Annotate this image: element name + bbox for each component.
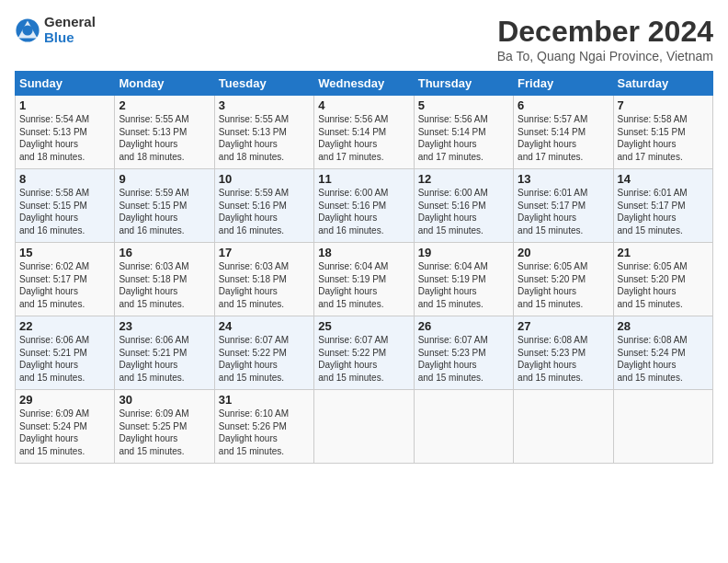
day-info: Sunrise: 6:05 AMSunset: 5:20 PMDaylight … (618, 261, 688, 309)
day-info: Sunrise: 5:55 AMSunset: 5:13 PMDaylight … (119, 114, 188, 162)
calendar-cell (514, 390, 613, 464)
calendar-cell: 19 Sunrise: 6:04 AMSunset: 5:19 PMDaylig… (414, 243, 513, 316)
day-number: 14 (618, 172, 709, 186)
day-number: 31 (219, 393, 310, 407)
day-info: Sunrise: 6:08 AMSunset: 5:24 PMDaylight … (618, 335, 688, 383)
calendar-cell: 26 Sunrise: 6:07 AMSunset: 5:23 PMDaylig… (414, 316, 513, 390)
day-number: 7 (618, 98, 709, 112)
calendar-cell: 16 Sunrise: 6:03 AMSunset: 5:18 PMDaylig… (115, 243, 214, 316)
col-wednesday: Wednesday (314, 72, 414, 96)
calendar-cell: 17 Sunrise: 6:03 AMSunset: 5:18 PMDaylig… (214, 243, 313, 316)
logo-blue: Blue (44, 30, 96, 46)
day-info: Sunrise: 5:59 AMSunset: 5:16 PMDaylight … (219, 188, 289, 236)
day-number: 21 (618, 246, 709, 259)
header: General Blue December 2024 Ba To, Quang … (15, 15, 713, 63)
calendar-cell: 30 Sunrise: 6:09 AMSunset: 5:25 PMDaylig… (115, 390, 214, 464)
day-info: Sunrise: 6:09 AMSunset: 5:24 PMDaylight … (19, 408, 89, 456)
day-number: 23 (119, 319, 210, 333)
day-number: 6 (518, 98, 609, 112)
day-info: Sunrise: 6:05 AMSunset: 5:20 PMDaylight … (518, 261, 587, 309)
day-info: Sunrise: 6:09 AMSunset: 5:25 PMDaylight … (119, 408, 188, 456)
header-row: Sunday Monday Tuesday Wednesday Thursday… (16, 72, 713, 96)
calendar-cell: 18 Sunrise: 6:04 AMSunset: 5:19 PMDaylig… (314, 243, 414, 316)
col-monday: Monday (115, 72, 214, 96)
day-number: 26 (418, 319, 509, 333)
logo: General Blue (15, 15, 96, 45)
day-info: Sunrise: 5:56 AMSunset: 5:14 PMDaylight … (418, 114, 488, 162)
calendar-cell: 22 Sunrise: 6:06 AMSunset: 5:21 PMDaylig… (16, 316, 115, 390)
calendar-cell: 24 Sunrise: 6:07 AMSunset: 5:22 PMDaylig… (214, 316, 313, 390)
calendar-cell: 20 Sunrise: 6:05 AMSunset: 5:20 PMDaylig… (514, 243, 613, 316)
day-info: Sunrise: 6:00 AMSunset: 5:16 PMDaylight … (318, 188, 388, 236)
day-info: Sunrise: 5:59 AMSunset: 5:15 PMDaylight … (119, 188, 188, 236)
calendar-cell (314, 390, 414, 464)
location: Ba To, Quang Ngai Province, Vietnam (497, 49, 713, 63)
day-number: 18 (318, 246, 409, 259)
calendar-cell: 14 Sunrise: 6:01 AMSunset: 5:17 PMDaylig… (613, 169, 712, 243)
day-info: Sunrise: 6:00 AMSunset: 5:16 PMDaylight … (418, 188, 488, 236)
logo-icon (15, 17, 40, 43)
day-number: 13 (518, 172, 609, 186)
calendar-cell: 9 Sunrise: 5:59 AMSunset: 5:15 PMDayligh… (115, 169, 214, 243)
svg-point-2 (22, 25, 32, 35)
day-info: Sunrise: 5:58 AMSunset: 5:15 PMDaylight … (19, 188, 89, 236)
calendar-cell: 28 Sunrise: 6:08 AMSunset: 5:24 PMDaylig… (613, 316, 712, 390)
day-number: 3 (219, 98, 310, 112)
day-info: Sunrise: 6:02 AMSunset: 5:17 PMDaylight … (19, 261, 89, 309)
day-info: Sunrise: 6:08 AMSunset: 5:23 PMDaylight … (518, 335, 587, 383)
day-number: 20 (518, 246, 609, 259)
day-info: Sunrise: 6:07 AMSunset: 5:22 PMDaylight … (318, 335, 388, 383)
day-info: Sunrise: 6:06 AMSunset: 5:21 PMDaylight … (19, 335, 89, 383)
day-info: Sunrise: 6:04 AMSunset: 5:19 PMDaylight … (318, 261, 388, 309)
month-title: December 2024 (497, 15, 713, 49)
calendar-cell: 13 Sunrise: 6:01 AMSunset: 5:17 PMDaylig… (514, 169, 613, 243)
calendar-cell: 2 Sunrise: 5:55 AMSunset: 5:13 PMDayligh… (115, 96, 214, 169)
calendar-cell: 11 Sunrise: 6:00 AMSunset: 5:16 PMDaylig… (314, 169, 414, 243)
calendar-week-4: 22 Sunrise: 6:06 AMSunset: 5:21 PMDaylig… (16, 316, 713, 390)
day-number: 1 (19, 98, 110, 112)
calendar-cell: 15 Sunrise: 6:02 AMSunset: 5:17 PMDaylig… (16, 243, 115, 316)
calendar-cell: 29 Sunrise: 6:09 AMSunset: 5:24 PMDaylig… (16, 390, 115, 464)
calendar-cell: 31 Sunrise: 6:10 AMSunset: 5:26 PMDaylig… (214, 390, 313, 464)
day-number: 2 (119, 98, 210, 112)
day-info: Sunrise: 6:01 AMSunset: 5:17 PMDaylight … (518, 188, 587, 236)
day-number: 15 (19, 246, 110, 259)
calendar-week-1: 1 Sunrise: 5:54 AMSunset: 5:13 PMDayligh… (16, 96, 713, 169)
logo-text: General Blue (44, 15, 96, 45)
col-friday: Friday (514, 72, 613, 96)
day-number: 16 (119, 246, 210, 259)
calendar-cell: 1 Sunrise: 5:54 AMSunset: 5:13 PMDayligh… (16, 96, 115, 169)
calendar-cell: 4 Sunrise: 5:56 AMSunset: 5:14 PMDayligh… (314, 96, 414, 169)
col-saturday: Saturday (613, 72, 712, 96)
day-number: 19 (418, 246, 509, 259)
calendar-cell: 25 Sunrise: 6:07 AMSunset: 5:22 PMDaylig… (314, 316, 414, 390)
day-info: Sunrise: 5:58 AMSunset: 5:15 PMDaylight … (618, 114, 688, 162)
day-number: 29 (19, 393, 110, 407)
calendar-cell: 23 Sunrise: 6:06 AMSunset: 5:21 PMDaylig… (115, 316, 214, 390)
page-container: General Blue December 2024 Ba To, Quang … (0, 0, 728, 471)
col-tuesday: Tuesday (214, 72, 313, 96)
day-number: 22 (19, 319, 110, 333)
day-number: 10 (219, 172, 310, 186)
day-number: 28 (618, 319, 709, 333)
day-number: 30 (119, 393, 210, 407)
day-number: 4 (318, 98, 409, 112)
calendar-week-2: 8 Sunrise: 5:58 AMSunset: 5:15 PMDayligh… (16, 169, 713, 243)
col-thursday: Thursday (414, 72, 513, 96)
day-number: 9 (119, 172, 210, 186)
day-info: Sunrise: 6:03 AMSunset: 5:18 PMDaylight … (119, 261, 188, 309)
calendar-cell: 7 Sunrise: 5:58 AMSunset: 5:15 PMDayligh… (613, 96, 712, 169)
day-info: Sunrise: 5:55 AMSunset: 5:13 PMDaylight … (219, 114, 289, 162)
day-number: 12 (418, 172, 509, 186)
col-sunday: Sunday (16, 72, 115, 96)
day-info: Sunrise: 6:04 AMSunset: 5:19 PMDaylight … (418, 261, 488, 309)
calendar-table: Sunday Monday Tuesday Wednesday Thursday… (15, 71, 713, 464)
calendar-cell: 6 Sunrise: 5:57 AMSunset: 5:14 PMDayligh… (514, 96, 613, 169)
day-info: Sunrise: 5:57 AMSunset: 5:14 PMDaylight … (518, 114, 587, 162)
day-info: Sunrise: 6:01 AMSunset: 5:17 PMDaylight … (618, 188, 688, 236)
day-number: 27 (518, 319, 609, 333)
day-number: 25 (318, 319, 409, 333)
calendar-cell: 8 Sunrise: 5:58 AMSunset: 5:15 PMDayligh… (16, 169, 115, 243)
calendar-week-5: 29 Sunrise: 6:09 AMSunset: 5:24 PMDaylig… (16, 390, 713, 464)
calendar-cell (613, 390, 712, 464)
